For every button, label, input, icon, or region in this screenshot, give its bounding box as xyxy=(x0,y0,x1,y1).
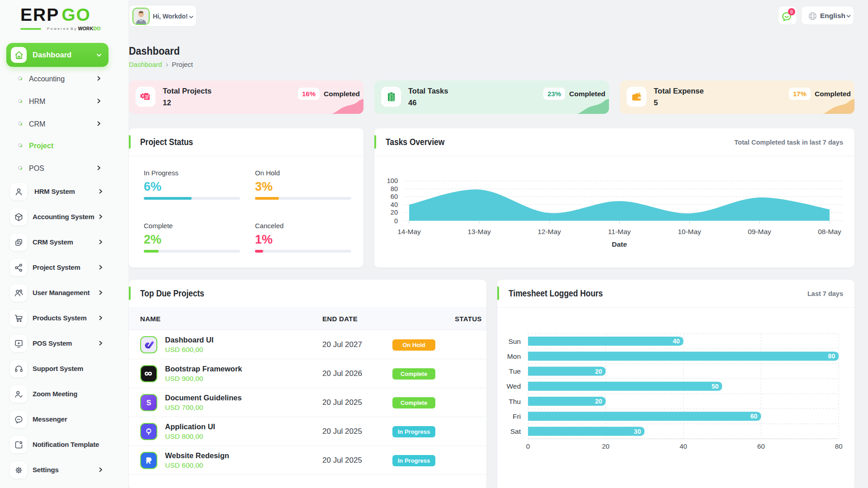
svg-text:11-May: 11-May xyxy=(608,228,631,235)
svg-text:S: S xyxy=(146,399,151,407)
svg-text:0: 0 xyxy=(526,442,530,450)
svg-text:100: 100 xyxy=(387,177,398,184)
svg-text:80: 80 xyxy=(828,352,835,360)
svg-text:14-May: 14-May xyxy=(397,228,421,235)
svg-text:0: 0 xyxy=(394,217,398,225)
svg-text:Sat: Sat xyxy=(510,427,521,435)
svg-text:80: 80 xyxy=(391,185,398,192)
svg-text:08-May: 08-May xyxy=(818,228,841,235)
svg-text:12-May: 12-May xyxy=(538,228,561,235)
svg-text:20: 20 xyxy=(595,398,602,405)
svg-text:30: 30 xyxy=(634,428,641,435)
svg-text:Sun: Sun xyxy=(508,338,521,345)
svg-text:Fri: Fri xyxy=(513,413,521,420)
svg-text:60: 60 xyxy=(750,413,758,420)
svg-text:13-May: 13-May xyxy=(467,228,491,235)
svg-text:Wed: Wed xyxy=(506,382,521,390)
svg-text:60: 60 xyxy=(391,193,398,200)
svg-text:40: 40 xyxy=(391,201,398,208)
svg-text:60: 60 xyxy=(757,442,765,450)
svg-text:Date: Date xyxy=(612,240,627,248)
svg-text:09-May: 09-May xyxy=(748,228,771,235)
svg-text:10-May: 10-May xyxy=(678,228,701,235)
svg-text:40: 40 xyxy=(679,442,687,450)
svg-text:40: 40 xyxy=(673,338,680,345)
svg-text:Tue: Tue xyxy=(509,367,521,375)
svg-text:80: 80 xyxy=(835,442,843,450)
svg-text:20: 20 xyxy=(391,209,398,216)
svg-text:20: 20 xyxy=(602,442,609,450)
svg-text:20: 20 xyxy=(595,368,602,375)
svg-text:Mon: Mon xyxy=(507,352,521,360)
svg-text:Thu: Thu xyxy=(509,398,521,405)
svg-text:50: 50 xyxy=(712,383,719,390)
